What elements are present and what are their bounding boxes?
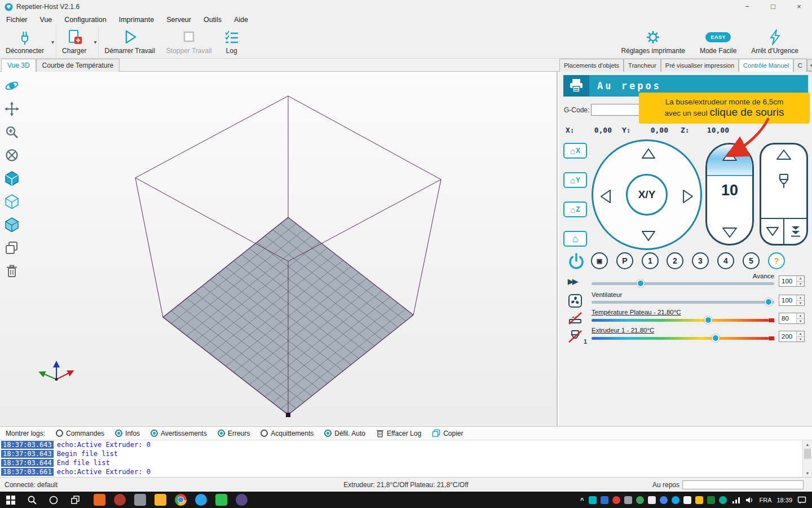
spin-down-icon[interactable]: ▼ — [797, 337, 804, 342]
spin-up-icon[interactable]: ▲ — [797, 276, 804, 282]
slider-thumb[interactable] — [712, 334, 720, 342]
view-front-icon[interactable] — [3, 193, 20, 210]
home-z-button[interactable]: ⌂Z — [563, 202, 587, 217]
scroll-up-icon[interactable]: ▲ — [803, 440, 812, 448]
tray-icon[interactable] — [660, 496, 668, 504]
menu-vue[interactable]: Vue — [34, 16, 59, 24]
delete-object-icon[interactable] — [3, 262, 20, 279]
move-view-icon[interactable] — [3, 100, 20, 117]
preset-1-button[interactable]: 1 — [642, 252, 659, 269]
rotate-view-icon[interactable] — [3, 77, 20, 94]
radio-button[interactable] — [56, 430, 63, 437]
disconnect-button[interactable]: Déconnecter — [0, 26, 50, 58]
printer-settings-button[interactable]: Réglages imprimante — [616, 26, 691, 58]
radio-button[interactable] — [151, 430, 158, 437]
taskbar-app-icon[interactable] — [114, 494, 126, 506]
jog-y-minus-button[interactable] — [641, 230, 656, 242]
tray-icon[interactable] — [672, 496, 679, 504]
start-job-button[interactable]: Démarrer Travail — [99, 26, 160, 58]
copy-log-button[interactable]: Copier — [432, 429, 463, 437]
tray-icon[interactable] — [636, 496, 644, 504]
view-3d-area[interactable] — [0, 72, 558, 426]
disconnect-dropdown[interactable]: ▾ — [50, 26, 56, 58]
slider-thumb[interactable] — [765, 298, 773, 306]
minimize-button[interactable]: − — [734, 0, 760, 14]
tray-icon[interactable] — [695, 496, 703, 504]
home-x-button[interactable]: ⌂X — [563, 143, 587, 159]
filter-erreurs[interactable]: Erreurs — [218, 430, 250, 437]
filter-acquittements[interactable]: Acquittements — [261, 430, 314, 437]
feedrate-spinbox[interactable]: 100▲▼ — [779, 275, 805, 287]
menu-serveur[interactable]: Serveur — [160, 16, 197, 24]
tab-scroll-left-button[interactable]: ◀ — [807, 59, 812, 71]
preset-3-button[interactable]: 3 — [692, 252, 709, 269]
tab-vue-3d[interactable]: Vue 3D — [1, 59, 36, 72]
filter-avertissements[interactable]: Avertissements — [151, 430, 207, 437]
jog-x-minus-button[interactable] — [599, 189, 612, 204]
extruder-temp-label[interactable]: Extrudeur 1 - 21,80°C — [592, 327, 654, 334]
spin-up-icon[interactable]: ▲ — [797, 331, 804, 337]
filter-infos[interactable]: Infos — [115, 430, 140, 437]
extruder-unload-button[interactable] — [783, 219, 806, 244]
scrollbar-thumb[interactable] — [804, 449, 811, 459]
tab-previsualiser[interactable]: Pré visualiser impression — [661, 59, 739, 72]
preset-2-button[interactable]: 2 — [667, 252, 683, 269]
menu-imprimante[interactable]: Imprimante — [113, 16, 161, 24]
zoom-view-icon[interactable] — [3, 124, 20, 141]
tab-trancheur[interactable]: Trancheur — [624, 59, 661, 72]
home-all-button[interactable]: ⌂ — [563, 231, 587, 247]
preset-5-button[interactable]: 5 — [743, 252, 760, 269]
spin-up-icon[interactable]: ▲ — [797, 295, 804, 301]
action-center-icon[interactable] — [797, 496, 806, 504]
filter-commandes[interactable]: Commandes — [56, 430, 104, 437]
toggle-log-button[interactable]: Log — [218, 26, 246, 58]
extruder-temp-spinbox[interactable]: 200▲▼ — [779, 331, 805, 342]
log-scrollbar[interactable]: ▲ ▼ — [802, 440, 812, 477]
tray-expand-icon[interactable]: ^ — [580, 497, 584, 503]
taskbar-app-icon[interactable] — [195, 494, 207, 506]
extruder-extrude-button[interactable] — [761, 219, 783, 244]
network-icon[interactable] — [732, 496, 740, 504]
tray-icon[interactable] — [707, 496, 715, 504]
taskbar-app-icon[interactable] — [215, 494, 227, 506]
easy-mode-button[interactable]: EASY Mode Facile — [694, 26, 742, 58]
view-isometric-icon[interactable] — [3, 170, 20, 187]
clear-log-button[interactable]: Effacer Log — [376, 429, 421, 437]
slider-thumb[interactable] — [704, 316, 712, 324]
tray-icon[interactable] — [648, 496, 656, 504]
filter-defil-auto[interactable]: Défil. Auto — [324, 430, 365, 437]
preset-4-button[interactable]: 4 — [717, 252, 734, 269]
jog-x-plus-button[interactable] — [682, 189, 694, 204]
motor-off-button[interactable]: ▣ — [591, 252, 608, 269]
slider-thumb[interactable] — [637, 279, 645, 287]
tray-icon[interactable] — [719, 496, 727, 504]
copy-object-icon[interactable] — [3, 239, 20, 256]
extruder-temp-slider[interactable] — [592, 337, 769, 340]
tray-icon[interactable] — [612, 496, 620, 504]
close-button[interactable]: × — [786, 0, 812, 14]
spin-down-icon[interactable]: ▼ — [797, 282, 804, 287]
maximize-button[interactable]: □ — [760, 0, 786, 14]
z-plus-button[interactable] — [707, 144, 752, 176]
menu-configuration[interactable]: Configuration — [58, 16, 112, 24]
fan-spinbox[interactable]: 100▲▼ — [779, 295, 805, 306]
taskbar-app-icon[interactable] — [134, 494, 146, 506]
taskbar-app-icon[interactable] — [155, 494, 166, 506]
tray-icon[interactable] — [601, 496, 608, 504]
cortana-icon[interactable] — [43, 492, 64, 508]
spin-down-icon[interactable]: ▼ — [797, 301, 804, 306]
taskbar-app-icon[interactable] — [236, 494, 248, 506]
extruder-retract-button[interactable] — [761, 149, 806, 160]
z-minus-button[interactable] — [707, 227, 752, 238]
tab-courbe-temperature[interactable]: Courbe de Température — [36, 59, 120, 72]
menu-aide[interactable]: Aide — [228, 16, 254, 24]
radio-button[interactable] — [324, 430, 332, 437]
bed-temp-spinbox[interactable]: 80▲▼ — [779, 313, 805, 324]
power-button[interactable] — [566, 251, 586, 271]
scroll-down-icon[interactable]: ▼ — [803, 469, 812, 477]
tab-controle-manuel[interactable]: Contrôle Manuel — [739, 59, 793, 72]
tray-icon[interactable] — [589, 496, 597, 504]
tray-icon[interactable] — [683, 496, 691, 504]
clock[interactable]: 18:39 — [776, 497, 792, 503]
jog-y-plus-button[interactable] — [641, 147, 656, 160]
